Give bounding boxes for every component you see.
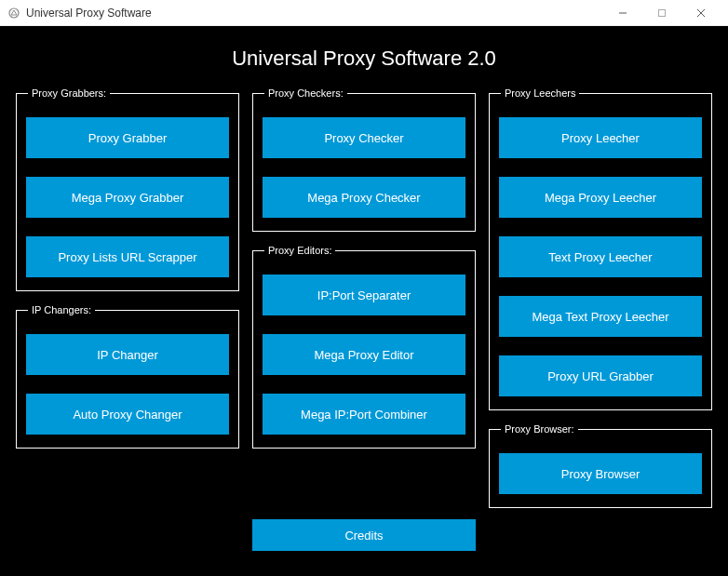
maximize-button[interactable] bbox=[642, 0, 681, 26]
svg-rect-2 bbox=[659, 9, 666, 16]
auto-proxy-changer-button[interactable]: Auto Proxy Changer bbox=[26, 394, 229, 435]
proxy-leecher-button[interactable]: Proxy Leecher bbox=[499, 117, 702, 158]
mega-proxy-grabber-button[interactable]: Mega Proxy Grabber bbox=[26, 177, 229, 218]
mega-text-proxy-leecher-button[interactable]: Mega Text Proxy Leecher bbox=[499, 296, 702, 337]
credits-row: Credits bbox=[9, 519, 719, 551]
group-legend: Proxy Grabbers: bbox=[28, 87, 110, 99]
group-legend: Proxy Editors: bbox=[264, 245, 335, 256]
group-proxy-browser: Proxy Browser: Proxy Browser bbox=[489, 423, 712, 508]
columns: Proxy Grabbers: Proxy Grabber Mega Proxy… bbox=[9, 87, 719, 508]
proxy-browser-button[interactable]: Proxy Browser bbox=[499, 453, 702, 494]
mega-proxy-checker-button[interactable]: Mega Proxy Checker bbox=[263, 177, 465, 218]
minimize-button[interactable] bbox=[603, 0, 642, 26]
group-proxy-checkers: Proxy Checkers: Proxy Checker Mega Proxy… bbox=[252, 87, 476, 232]
group-legend: Proxy Checkers: bbox=[264, 87, 347, 99]
window-title: Universal Proxy Software bbox=[26, 7, 603, 20]
credits-button[interactable]: Credits bbox=[252, 519, 476, 551]
ip-changer-button[interactable]: IP Changer bbox=[26, 334, 229, 375]
column-right: Proxy Leechers Proxy Leecher Mega Proxy … bbox=[489, 87, 712, 508]
mega-proxy-leecher-button[interactable]: Mega Proxy Leecher bbox=[499, 177, 702, 218]
titlebar: Universal Proxy Software bbox=[0, 0, 728, 26]
text-proxy-leecher-button[interactable]: Text Proxy Leecher bbox=[499, 236, 702, 277]
app-icon bbox=[7, 7, 20, 20]
group-proxy-grabbers: Proxy Grabbers: Proxy Grabber Mega Proxy… bbox=[16, 87, 239, 291]
close-button[interactable] bbox=[681, 0, 721, 26]
group-ip-changers: IP Changers: IP Changer Auto Proxy Chang… bbox=[16, 304, 239, 449]
mega-proxy-editor-button[interactable]: Mega Proxy Editor bbox=[263, 334, 465, 375]
app-heading: Universal Proxy Software 2.0 bbox=[9, 47, 719, 71]
ip-port-separater-button[interactable]: IP:Port Separater bbox=[263, 275, 465, 315]
column-left: Proxy Grabbers: Proxy Grabber Mega Proxy… bbox=[16, 87, 239, 449]
column-middle: Proxy Checkers: Proxy Checker Mega Proxy… bbox=[252, 87, 476, 449]
proxy-url-grabber-button[interactable]: Proxy URL Grabber bbox=[499, 355, 702, 396]
group-proxy-editors: Proxy Editors: IP:Port Separater Mega Pr… bbox=[252, 245, 476, 449]
window-controls bbox=[603, 0, 721, 26]
proxy-grabber-button[interactable]: Proxy Grabber bbox=[26, 117, 229, 158]
group-proxy-leechers: Proxy Leechers Proxy Leecher Mega Proxy … bbox=[489, 87, 712, 410]
group-legend: Proxy Browser: bbox=[501, 423, 578, 435]
proxy-checker-button[interactable]: Proxy Checker bbox=[263, 117, 465, 158]
proxy-lists-url-scrapper-button[interactable]: Proxy Lists URL Scrapper bbox=[26, 236, 229, 277]
client-area: Universal Proxy Software 2.0 Proxy Grabb… bbox=[0, 26, 728, 576]
group-legend: Proxy Leechers bbox=[501, 87, 579, 99]
mega-ip-port-combiner-button[interactable]: Mega IP:Port Combiner bbox=[263, 394, 465, 435]
group-legend: IP Changers: bbox=[28, 304, 95, 315]
